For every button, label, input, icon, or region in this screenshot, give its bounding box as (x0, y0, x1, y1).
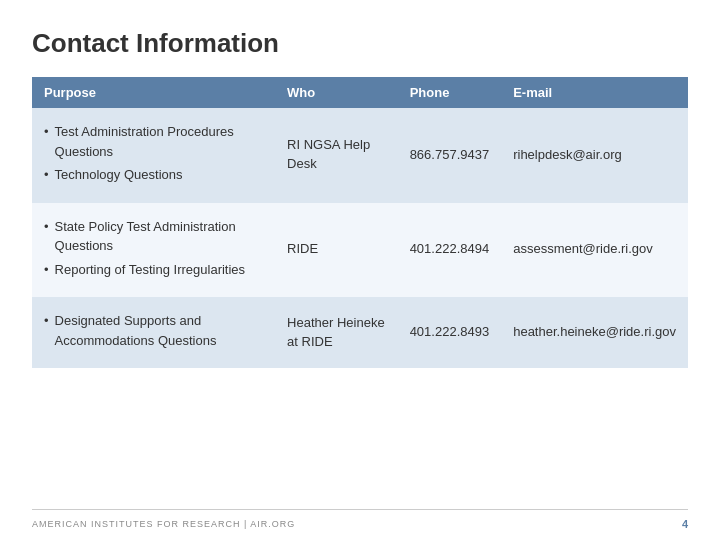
cell-email: rihelpdesk@air.org (501, 108, 688, 203)
table-header-row: Purpose Who Phone E-mail (32, 77, 688, 108)
cell-who: RIDE (275, 203, 398, 298)
cell-purpose: Test Administration Procedures Questions… (32, 108, 275, 203)
page-title: Contact Information (32, 28, 688, 59)
cell-purpose: Designated Supports and Accommodations Q… (32, 297, 275, 368)
cell-email: heather.heineke@ride.ri.gov (501, 297, 688, 368)
header-who: Who (275, 77, 398, 108)
footer-org: AMERICAN INSTITUTES FOR RESEARCH | AIR.O… (32, 519, 295, 529)
table-row: Test Administration Procedures Questions… (32, 108, 688, 203)
header-phone: Phone (398, 77, 502, 108)
table-row: State Policy Test Administration Questio… (32, 203, 688, 298)
footer-page-number: 4 (682, 518, 688, 530)
purpose-item: State Policy Test Administration Questio… (44, 217, 263, 256)
cell-phone: 401.222.8494 (398, 203, 502, 298)
cell-email: assessment@ride.ri.gov (501, 203, 688, 298)
page-footer: AMERICAN INSTITUTES FOR RESEARCH | AIR.O… (32, 509, 688, 530)
purpose-item: Designated Supports and Accommodations Q… (44, 311, 263, 350)
contact-table: Purpose Who Phone E-mail Test Administra… (32, 77, 688, 368)
cell-who: Heather Heineke at RIDE (275, 297, 398, 368)
table-row: Designated Supports and Accommodations Q… (32, 297, 688, 368)
cell-phone: 866.757.9437 (398, 108, 502, 203)
purpose-item: Reporting of Testing Irregularities (44, 260, 263, 280)
header-purpose: Purpose (32, 77, 275, 108)
purpose-item: Test Administration Procedures Questions (44, 122, 263, 161)
cell-phone: 401.222.8493 (398, 297, 502, 368)
page-container: Contact Information Purpose Who Phone E-… (0, 0, 720, 388)
purpose-item: Technology Questions (44, 165, 263, 185)
cell-who: RI NGSA Help Desk (275, 108, 398, 203)
header-email: E-mail (501, 77, 688, 108)
cell-purpose: State Policy Test Administration Questio… (32, 203, 275, 298)
